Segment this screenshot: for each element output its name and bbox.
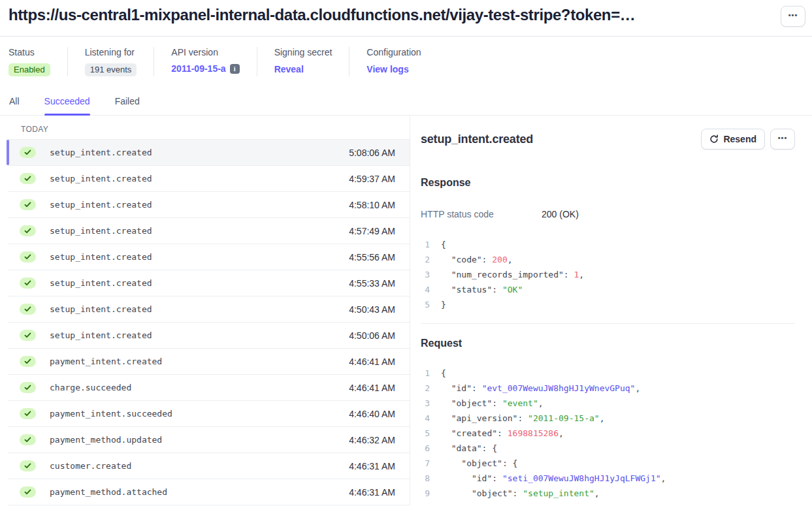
event-row[interactable]: payment_intent.created4:46:41 AM: [8, 349, 410, 375]
code-line: 5 "created": 1698815286,: [421, 426, 795, 441]
success-check-icon: [20, 225, 36, 236]
event-row[interactable]: payment_method.updated4:46:32 AM: [8, 427, 410, 453]
http-status-value: 200 (OK): [542, 209, 579, 219]
event-time: 4:46:41 AM: [349, 383, 395, 393]
ellipsis-icon: •••: [788, 12, 798, 19]
line-number: 9: [421, 488, 430, 498]
line-number: 4: [421, 285, 430, 294]
line-number: 4: [421, 413, 430, 423]
listening-for-label: Listening for: [85, 47, 137, 57]
code-line: 2 "code": 200,: [421, 252, 795, 267]
code-line: 9 "object": "setup_intent",: [421, 486, 795, 501]
event-detail-title: setup_intent.created: [421, 133, 533, 146]
success-check-icon: [20, 356, 36, 367]
success-check-icon: [20, 486, 36, 498]
status-label: Status: [8, 47, 50, 57]
event-name: setup_intent.created: [50, 148, 349, 157]
event-time: 5:08:06 AM: [349, 148, 395, 158]
event-name: setup_intent.created: [50, 278, 349, 288]
event-time: 4:46:31 AM: [349, 461, 395, 471]
code-line: 6 "data": {: [421, 441, 795, 456]
summary-listening-for: Listening for 191 events: [67, 47, 154, 76]
signing-secret-label: Signing secret: [274, 47, 333, 57]
detail-overflow-menu-button[interactable]: •••: [770, 129, 795, 150]
event-row[interactable]: payment_method.attached4:46:31 AM: [8, 479, 410, 505]
event-time: 4:57:49 AM: [349, 226, 395, 236]
view-logs-link[interactable]: View logs: [366, 64, 408, 74]
code-line: 2 "id": "evt_007WewuJW8hgHJ1yWnevGPuq",: [421, 381, 795, 396]
tab-failed[interactable]: Failed: [115, 92, 140, 115]
line-number: 6: [421, 443, 430, 453]
line-number: 2: [421, 383, 430, 393]
resend-button[interactable]: Resend: [701, 129, 765, 150]
events-count-badge: 191 events: [85, 63, 137, 76]
event-row[interactable]: customer.created4:46:31 AM: [8, 453, 410, 479]
code-line: 3 "object": "event",: [421, 396, 795, 411]
event-name: customer.created: [50, 461, 349, 471]
event-time: 4:46:41 AM: [349, 357, 395, 367]
status-enabled-badge: Enabled: [8, 63, 50, 76]
section-divider: [421, 323, 795, 324]
event-filter-tabs: All Succeeded Failed: [0, 88, 812, 116]
event-name: payment_method.attached: [50, 487, 349, 497]
resend-label: Resend: [723, 134, 756, 144]
request-section-heading: Request: [421, 338, 795, 349]
event-row[interactable]: setup_intent.created5:08:06 AM: [8, 140, 410, 166]
webhook-url-title: https://us-central1-mixpanel-internal-da…: [8, 6, 635, 24]
code-line: 7 "object": {: [421, 456, 795, 471]
event-name: payment_intent.created: [50, 357, 349, 366]
event-name: payment_intent.succeeded: [50, 409, 349, 419]
event-time: 4:46:31 AM: [349, 487, 395, 498]
event-row[interactable]: setup_intent.created4:59:37 AM: [8, 166, 410, 192]
code-line: 4 "api_version": "2011-09-15-a",: [421, 411, 795, 426]
event-row[interactable]: setup_intent.created4:55:33 AM: [8, 270, 410, 296]
line-number: 1: [421, 240, 430, 249]
api-version-label: API version: [171, 47, 239, 57]
event-time: 4:50:43 AM: [349, 304, 395, 315]
event-time: 4:58:10 AM: [349, 200, 395, 210]
success-check-icon: [20, 434, 36, 445]
line-number: 5: [421, 300, 430, 310]
event-row[interactable]: setup_intent.created4:57:49 AM: [8, 218, 410, 244]
code-line: 3 "num_records_imported": 1,: [421, 267, 795, 282]
event-time: 4:50:06 AM: [349, 330, 395, 341]
event-time: 4:55:33 AM: [349, 278, 395, 289]
api-version-link[interactable]: 2011-09-15-a: [171, 63, 225, 74]
line-number: 3: [421, 398, 430, 408]
event-row[interactable]: setup_intent.created4:55:56 AM: [8, 244, 410, 270]
resend-icon: [709, 135, 719, 144]
event-row[interactable]: setup_intent.created4:50:06 AM: [8, 323, 410, 349]
header-overflow-menu-button[interactable]: •••: [781, 6, 805, 27]
success-check-icon: [20, 382, 36, 393]
event-name: payment_method.updated: [50, 435, 349, 445]
event-row[interactable]: setup_intent.created4:50:43 AM: [8, 296, 410, 323]
event-row[interactable]: setup_intent.created4:58:10 AM: [8, 192, 410, 218]
line-number: 2: [421, 255, 430, 264]
request-code-block: 1{2 "id": "evt_007WewuJW8hgHJ1yWnevGPuq"…: [421, 366, 795, 501]
code-line: 8 "id": "seti_007WewuJW8hgHJ1yJqLFWGj1",: [421, 471, 795, 486]
endpoint-summary: Status Enabled Listening for 191 events …: [0, 37, 812, 88]
success-check-icon: [20, 147, 36, 158]
event-name: setup_intent.created: [50, 226, 349, 236]
event-detail-panel: setup_intent.created Resend ••• Response: [410, 116, 812, 505]
list-section-header: TODAY: [8, 116, 410, 140]
response-code-block: 1{2 "code": 200,3 "num_records_imported"…: [421, 237, 795, 312]
line-number: 3: [421, 270, 430, 279]
event-name: setup_intent.created: [50, 200, 349, 210]
event-time: 4:46:32 AM: [349, 435, 395, 445]
success-check-icon: [20, 278, 36, 289]
event-name: charge.succeeded: [50, 383, 349, 392]
page-header: https://us-central1-mixpanel-internal-da…: [0, 0, 812, 37]
event-time: 4:46:40 AM: [349, 409, 395, 419]
tab-all[interactable]: All: [9, 92, 20, 115]
summary-configuration: Configuration View logs: [349, 47, 438, 76]
event-row[interactable]: charge.succeeded4:46:41 AM: [8, 375, 410, 401]
http-status-row: HTTP status code 200 (OK): [421, 209, 795, 219]
event-row[interactable]: payment_intent.succeeded4:46:40 AM: [8, 401, 410, 427]
code-line: 5}: [421, 297, 795, 312]
summary-status: Status Enabled: [8, 47, 67, 76]
success-check-icon: [20, 304, 36, 315]
code-line: 1{: [421, 366, 795, 381]
tab-succeeded[interactable]: Succeeded: [44, 92, 90, 115]
reveal-secret-link[interactable]: Reveal: [274, 64, 304, 74]
